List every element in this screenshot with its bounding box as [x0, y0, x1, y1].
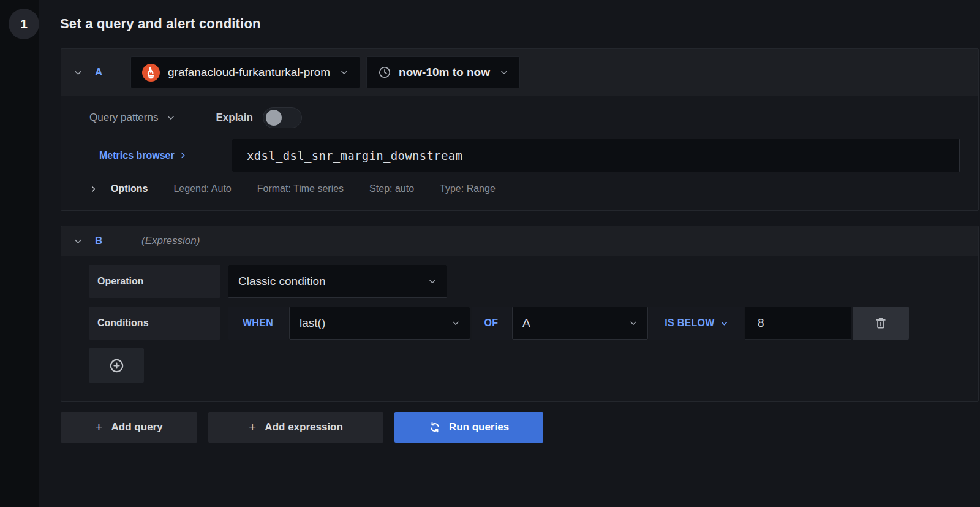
expression-b-panel: B (Expression) Operation Classic conditi…	[61, 226, 979, 402]
trash-icon	[874, 316, 888, 330]
option-legend: Legend: Auto	[173, 183, 231, 194]
delete-condition-button[interactable]	[853, 307, 909, 340]
chevron-right-icon	[179, 151, 187, 159]
query-a-panel: A grafanacloud-furkanturkal-prom now-10m…	[61, 48, 979, 211]
operation-label: Operation	[89, 265, 221, 298]
option-type: Type: Range	[440, 183, 496, 194]
add-condition-button[interactable]	[89, 348, 144, 383]
options-label[interactable]: Options	[111, 183, 148, 194]
datasource-name: grafanacloud-furkanturkal-prom	[168, 66, 330, 79]
metrics-browser-button[interactable]: Metrics browser	[89, 139, 232, 172]
conditions-label: Conditions	[89, 307, 221, 340]
option-step: Step: auto	[369, 183, 414, 194]
metrics-row: Metrics browser xdsl_dsl_snr_margin_down…	[89, 139, 960, 172]
conditions-row: Conditions WHEN last() OF A	[89, 307, 960, 340]
query-ref-value: A	[522, 316, 530, 330]
chevron-down-icon[interactable]	[74, 237, 83, 246]
query-ref-select[interactable]: A	[512, 307, 648, 340]
expression-body: Operation Classic condition Conditions W…	[61, 256, 978, 401]
evaluator-value: IS BELOW	[665, 318, 715, 329]
option-format: Format: Time series	[257, 183, 344, 194]
expression-b-header: B (Expression)	[61, 226, 978, 256]
time-range-picker[interactable]: now-10m to now	[366, 56, 520, 88]
prometheus-icon	[142, 64, 160, 82]
operation-value: Classic condition	[238, 275, 326, 288]
chevron-down-icon	[340, 68, 349, 77]
chevron-down-icon	[500, 68, 508, 77]
plus-icon: +	[249, 420, 256, 435]
chevron-down-icon	[629, 319, 638, 327]
when-keyword: WHEN	[228, 307, 288, 340]
operation-row: Operation Classic condition	[89, 265, 960, 298]
explain-label: Explain	[216, 112, 252, 124]
alert-query-section: Set a query and alert condition A grafan…	[39, 0, 980, 507]
explain-toggle[interactable]	[263, 107, 302, 128]
query-a-ref-id: A	[95, 66, 130, 78]
plus-circle-icon	[108, 357, 125, 374]
add-query-button[interactable]: + Add query	[61, 412, 197, 443]
query-options-row: Options Legend: Auto Format: Time series…	[89, 183, 960, 210]
add-expression-label: Add expression	[265, 421, 343, 433]
run-queries-label: Run queries	[449, 421, 509, 433]
chevron-down-icon	[720, 319, 728, 327]
chevron-down-icon[interactable]	[74, 68, 83, 77]
expression-type-tag: (Expression)	[141, 235, 200, 247]
threshold-input[interactable]: 8	[745, 307, 851, 340]
metrics-browser-label: Metrics browser	[99, 150, 175, 161]
query-a-header: A grafanacloud-furkanturkal-prom now-10m…	[61, 49, 978, 96]
chevron-right-icon[interactable]	[89, 185, 97, 193]
refresh-icon	[429, 421, 441, 433]
query-patterns-label: Query patterns	[89, 112, 158, 124]
chevron-down-icon[interactable]	[167, 113, 175, 122]
operation-select[interactable]: Classic condition	[228, 265, 447, 298]
query-actions: + Add query + Add expression Run queries	[61, 412, 980, 443]
condition-group: WHEN last() OF A	[228, 307, 909, 340]
run-queries-button[interactable]: Run queries	[394, 412, 543, 443]
add-expression-button[interactable]: + Add expression	[208, 412, 383, 443]
time-range-value: now-10m to now	[399, 66, 490, 79]
of-keyword: OF	[472, 307, 511, 340]
step-number-badge: 1	[9, 9, 39, 39]
query-patterns-row: Query patterns Explain	[89, 105, 960, 130]
reducer-function-select[interactable]: last()	[289, 307, 470, 340]
add-query-label: Add query	[111, 421, 163, 433]
expression-b-ref-id: B	[95, 235, 130, 247]
evaluator-select[interactable]: IS BELOW	[649, 307, 744, 340]
plus-icon: +	[95, 420, 102, 435]
datasource-picker[interactable]: grafanacloud-furkanturkal-prom	[130, 56, 360, 88]
promql-query-input[interactable]: xdsl_dsl_snr_margin_downstream	[232, 139, 960, 172]
clock-icon	[378, 66, 391, 79]
page-title: Set a query and alert condition	[39, 0, 980, 32]
toggle-knob	[266, 110, 282, 126]
chevron-down-icon	[428, 277, 437, 286]
chevron-down-icon	[451, 319, 460, 327]
reducer-function-value: last()	[300, 316, 325, 330]
